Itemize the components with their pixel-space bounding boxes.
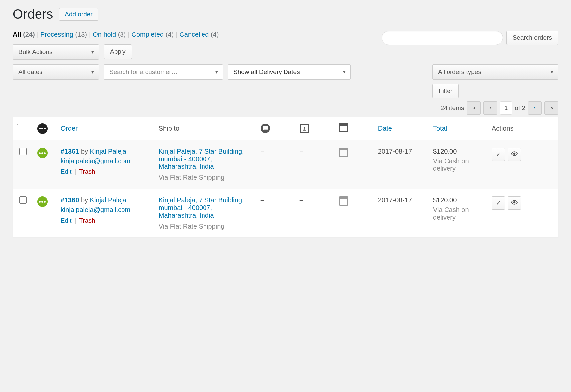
- chevron-double-left-icon: ‹‹: [473, 105, 474, 111]
- status-count: (24): [23, 31, 35, 38]
- calendar-cell-icon: [339, 148, 348, 157]
- status-count: (3): [118, 31, 126, 38]
- customer-note-cell: –: [296, 140, 335, 189]
- current-page-input[interactable]: [500, 101, 512, 115]
- bulk-actions-select[interactable]: Bulk Actions: [13, 44, 99, 60]
- edit-link[interactable]: Edit: [61, 168, 72, 175]
- status-count: (4): [211, 31, 219, 38]
- prev-page-button[interactable]: ‹: [483, 101, 497, 115]
- ship-to-link[interactable]: Kinjal Paleja, 7 Star Building, mumbai -…: [159, 148, 244, 170]
- customer-link[interactable]: Kinjal Paleja: [90, 148, 126, 155]
- status-filter-cancelled[interactable]: Cancelled (4): [179, 31, 219, 38]
- by-label: by: [81, 148, 90, 155]
- check-icon: ✓: [496, 199, 501, 207]
- customer-email-link[interactable]: kinjalpaleja@gmail.com: [61, 206, 151, 214]
- note-icon: [261, 124, 270, 133]
- svg-point-0: [303, 127, 305, 129]
- status-count: (4): [166, 31, 174, 38]
- ship-to-link[interactable]: Kinjal Paleja, 7 Star Building, mumbai -…: [159, 196, 244, 219]
- customer-note-cell: –: [296, 189, 335, 238]
- status-processing-icon: [37, 148, 48, 158]
- col-order[interactable]: Order: [57, 117, 155, 140]
- order-date: 2017-08-17: [374, 189, 429, 238]
- chevron-right-icon: ›: [534, 105, 536, 111]
- status-header-icon: [37, 123, 48, 134]
- calendar-icon: [339, 123, 348, 132]
- first-page-button[interactable]: ‹‹: [467, 101, 481, 115]
- date-filter-select[interactable]: All dates: [13, 64, 99, 80]
- chevron-left-icon: ‹: [489, 105, 491, 111]
- select-all-checkbox[interactable]: [17, 124, 24, 131]
- status-processing-icon: [37, 196, 48, 207]
- customer-icon: [300, 124, 309, 133]
- search-orders-button[interactable]: Search orders: [506, 31, 558, 45]
- status-filter-all[interactable]: All (24): [13, 31, 35, 38]
- page-title: Orders: [13, 7, 53, 22]
- edit-link[interactable]: Edit: [61, 217, 72, 224]
- customer-search-select[interactable]: Search for a customer…: [104, 64, 223, 80]
- eye-icon: [511, 150, 518, 159]
- status-count: (13): [75, 31, 87, 38]
- col-actions: Actions: [488, 117, 558, 140]
- ship-method: Via Flat Rate Shipping: [159, 174, 253, 181]
- trash-link[interactable]: Trash: [79, 217, 95, 224]
- note-cell: –: [257, 189, 296, 238]
- row-checkbox[interactable]: [19, 148, 27, 155]
- by-label: by: [81, 196, 90, 204]
- next-page-button[interactable]: ›: [528, 101, 542, 115]
- status-filter-on-hold[interactable]: On hold (3): [93, 31, 126, 38]
- chevron-double-right-icon: ››: [551, 105, 552, 111]
- complete-order-button[interactable]: ✓: [492, 148, 505, 161]
- status-filter-completed[interactable]: Completed (4): [131, 31, 174, 38]
- items-count: 24 items: [440, 104, 464, 112]
- order-total: $120.00: [433, 148, 457, 155]
- add-order-button[interactable]: Add order: [59, 8, 98, 21]
- view-order-button[interactable]: [508, 196, 521, 210]
- order-link[interactable]: #1361: [61, 148, 79, 155]
- delivery-date-select[interactable]: Show all Delivery Dates: [228, 64, 351, 80]
- note-cell: –: [257, 140, 296, 189]
- table-row: #1360 by Kinjal Paleja kinjalpaleja@gmai…: [13, 189, 558, 238]
- trash-link[interactable]: Trash: [79, 168, 95, 175]
- col-date[interactable]: Date: [374, 117, 429, 140]
- svg-point-2: [514, 201, 515, 203]
- order-date: 2017-08-17: [374, 140, 429, 189]
- view-order-button[interactable]: [508, 148, 521, 161]
- col-ship-to: Ship to: [155, 117, 257, 140]
- customer-email-link[interactable]: kinjalpaleja@gmail.com: [61, 157, 151, 165]
- order-total: $120.00: [433, 196, 457, 204]
- apply-button[interactable]: Apply: [104, 44, 132, 59]
- payment-method: Via Cash on delivery: [433, 206, 484, 221]
- calendar-cell-icon: [339, 196, 348, 206]
- order-types-select[interactable]: All orders types: [432, 64, 558, 80]
- last-page-button[interactable]: ››: [544, 101, 558, 115]
- filter-button[interactable]: Filter: [432, 84, 459, 98]
- complete-order-button[interactable]: ✓: [492, 196, 505, 210]
- svg-point-1: [514, 153, 515, 154]
- order-link[interactable]: #1360: [61, 196, 79, 204]
- page-of-label: of 2: [515, 104, 525, 112]
- col-total[interactable]: Total: [429, 117, 488, 140]
- row-checkbox[interactable]: [19, 196, 27, 204]
- customer-link[interactable]: Kinjal Paleja: [90, 196, 126, 204]
- eye-icon: [511, 199, 518, 207]
- table-row: #1361 by Kinjal Paleja kinjalpaleja@gmai…: [13, 140, 558, 189]
- status-filter-processing[interactable]: Processing (13): [41, 31, 87, 38]
- search-input[interactable]: [382, 31, 503, 45]
- payment-method: Via Cash on delivery: [433, 157, 484, 172]
- ship-method: Via Flat Rate Shipping: [159, 223, 253, 230]
- check-icon: ✓: [496, 151, 501, 158]
